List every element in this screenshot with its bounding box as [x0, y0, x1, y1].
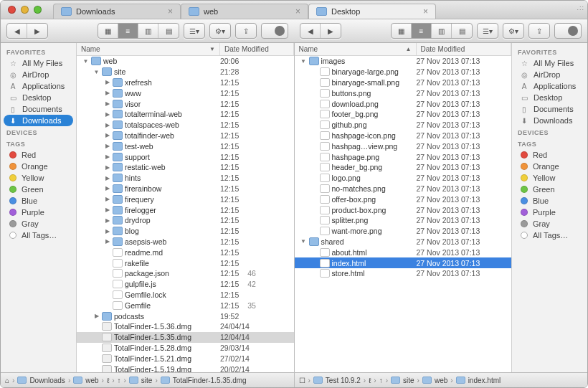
coverflow-view-button[interactable]: ▤ — [452, 24, 472, 38]
tag-item[interactable]: Red — [512, 149, 587, 161]
close-tab-icon[interactable]: × — [423, 7, 428, 16]
close-window-button[interactable] — [8, 6, 16, 14]
disclosure-icon[interactable]: ▶ — [104, 185, 110, 191]
icon-view-button[interactable]: ▦ — [98, 24, 118, 38]
dual-mode-toggle[interactable] — [261, 23, 288, 39]
file-row[interactable]: ▼shared27 Nov 2013 07:13 — [295, 237, 512, 247]
file-row[interactable]: Gemfile12:1535 — [77, 300, 294, 311]
file-row[interactable]: buttons.png27 Nov 2013 07:13 — [295, 87, 512, 98]
file-row[interactable]: ▶www12:15 — [77, 87, 294, 98]
file-rows-left[interactable]: ▼web20:06▼site21:28▶xrefresh12:15▶www12:… — [77, 56, 294, 372]
file-row[interactable]: readme.md12:15 — [77, 247, 294, 257]
column-header-name[interactable]: Name▲ — [295, 43, 417, 55]
coverflow-view-button[interactable]: ▤ — [158, 24, 179, 38]
disclosure-icon[interactable]: ▶ — [104, 79, 110, 85]
path-segment[interactable]: web — [85, 377, 98, 384]
file-row[interactable]: ▶firerainbow12:15 — [77, 184, 294, 194]
disclosure-icon[interactable]: ▶ — [104, 238, 110, 245]
file-row[interactable]: offer-box.png27 Nov 2013 07:13 — [295, 194, 512, 204]
disclosure-icon[interactable]: ▼ — [300, 58, 307, 65]
file-row[interactable]: rakefile12:15 — [77, 257, 294, 268]
tag-item[interactable]: Purple — [1, 207, 76, 218]
file-row[interactable]: ▼site21:28 — [77, 67, 294, 77]
file-row[interactable]: ▶test-web12:15 — [77, 141, 294, 151]
file-row[interactable]: TotalFinder-1.5.36.dmg24/04/14 — [77, 321, 294, 332]
sidebar-item[interactable]: ☆All My Files — [512, 57, 587, 69]
tag-item[interactable]: Orange — [512, 161, 587, 172]
close-tab-icon[interactable]: × — [295, 7, 300, 16]
file-row[interactable]: binaryage-small.png27 Nov 2013 07:13 — [295, 77, 512, 88]
file-row[interactable]: index.html27 Nov 2013 07:13 — [295, 257, 512, 268]
tab[interactable]: Desktop× — [308, 4, 436, 19]
disclosure-icon[interactable]: ▶ — [104, 175, 110, 181]
path-segment[interactable]: Test 10.9.2 — [326, 377, 361, 384]
close-tab-icon[interactable]: × — [168, 7, 173, 16]
disclosure-icon[interactable]: ▶ — [104, 164, 110, 171]
file-row[interactable]: download.png27 Nov 2013 07:13 — [295, 98, 512, 109]
tag-item[interactable]: Yellow — [1, 172, 76, 184]
disclosure-icon[interactable]: ▼ — [300, 238, 307, 245]
tag-item[interactable]: Blue — [1, 195, 76, 207]
dual-mode-toggle[interactable] — [554, 23, 582, 39]
list-view-button[interactable]: ≡ — [412, 24, 432, 38]
file-row[interactable]: ▶totalspaces-web12:15 — [77, 120, 294, 131]
tag-item[interactable]: Purple — [512, 207, 587, 218]
action-menu[interactable]: ⚙▾ — [209, 23, 231, 39]
file-row[interactable]: header_bg.png27 Nov 2013 07:13 — [295, 162, 512, 173]
file-row[interactable]: ▶totalfinder-web12:15 — [77, 131, 294, 141]
tag-item[interactable]: All Tags… — [1, 230, 76, 241]
disclosure-icon[interactable]: ▶ — [104, 111, 110, 118]
file-row[interactable]: ▼images27 Nov 2013 07:13 — [295, 56, 512, 67]
tab[interactable]: web× — [181, 4, 308, 19]
disclosure-icon[interactable]: ▶ — [104, 207, 110, 213]
share-button[interactable]: ⇪ — [235, 23, 257, 39]
file-row[interactable]: splitter.png27 Nov 2013 07:13 — [295, 215, 512, 226]
file-row[interactable]: ▶firequery12:15 — [77, 194, 294, 204]
disclosure-icon[interactable]: ▼ — [82, 58, 89, 65]
file-row[interactable]: TotalFinder-1.5.35.dmg12/04/14 — [77, 332, 294, 343]
file-row[interactable]: TotalFinder-1.5.21.dmg27/02/14 — [77, 353, 294, 364]
file-row[interactable]: package.json12:1546 — [77, 268, 294, 279]
file-row[interactable]: about.html27 Nov 2013 07:13 — [295, 247, 512, 257]
file-row[interactable]: ▶support12:15 — [77, 151, 294, 162]
action-menu[interactable]: ⚙▾ — [503, 23, 524, 39]
tag-item[interactable]: Blue — [512, 195, 587, 207]
list-view-button[interactable]: ≡ — [118, 24, 138, 38]
disclosure-icon[interactable]: ▶ — [104, 122, 110, 128]
path-segment[interactable]: TotalFinder-1.5.35.dmg — [173, 377, 247, 384]
path-segment[interactable]: site — [141, 377, 153, 384]
tab[interactable]: Downloads× — [53, 4, 181, 19]
file-row[interactable]: ▶asepsis-web12:15 — [77, 237, 294, 247]
file-row[interactable]: hashpag…view.png27 Nov 2013 07:13 — [295, 141, 512, 151]
file-row[interactable]: ▶hints12:15 — [77, 173, 294, 184]
disclosure-icon[interactable]: ▶ — [93, 313, 100, 319]
path-segment[interactable]: index.html — [468, 377, 501, 384]
file-row[interactable]: Gemfile.lock12:15 — [77, 290, 294, 301]
disclosure-icon[interactable]: ▶ — [104, 196, 110, 202]
disclosure-icon[interactable]: ▶ — [104, 217, 110, 224]
file-row[interactable]: store.html27 Nov 2013 07:13 — [295, 268, 512, 279]
file-row[interactable]: ▶podcasts19:52 — [77, 311, 294, 321]
file-row[interactable]: ▶xrefresh12:15 — [77, 77, 294, 88]
file-row[interactable]: product-box.png27 Nov 2013 07:13 — [295, 204, 512, 215]
path-bar-left[interactable]: ⌂›Downloads›web›ℓ›↑›site›TotalFinder-1.5… — [1, 373, 295, 387]
forward-button[interactable]: ▶ — [27, 24, 47, 38]
back-button[interactable]: ◀ — [300, 24, 321, 38]
file-row[interactable]: no-matches.png27 Nov 2013 07:13 — [295, 184, 512, 194]
arrange-menu[interactable]: ☰▾ — [184, 23, 205, 39]
icon-view-button[interactable]: ▦ — [392, 24, 412, 38]
file-row[interactable]: hashpage-icon.png27 Nov 2013 07:13 — [295, 131, 512, 141]
file-row[interactable]: binaryage-large.png27 Nov 2013 07:13 — [295, 67, 512, 77]
file-rows-right[interactable]: ▼images27 Nov 2013 07:13binaryage-large.… — [295, 56, 512, 372]
zoom-window-button[interactable] — [34, 6, 42, 14]
file-row[interactable]: footer_bg.png27 Nov 2013 07:13 — [295, 109, 512, 120]
path-segment[interactable]: Downloads — [29, 377, 65, 384]
disclosure-icon[interactable]: ▶ — [104, 228, 110, 235]
tag-item[interactable]: Gray — [1, 218, 76, 230]
sidebar-item[interactable]: ☆All My Files — [1, 57, 76, 69]
tag-item[interactable]: All Tags… — [512, 230, 587, 241]
file-row[interactable]: gulpfile.js12:1542 — [77, 279, 294, 290]
file-row[interactable]: github.png27 Nov 2013 07:13 — [295, 120, 512, 131]
file-row[interactable]: ▶blog12:15 — [77, 226, 294, 237]
file-row[interactable]: hashpage.png27 Nov 2013 07:13 — [295, 151, 512, 162]
